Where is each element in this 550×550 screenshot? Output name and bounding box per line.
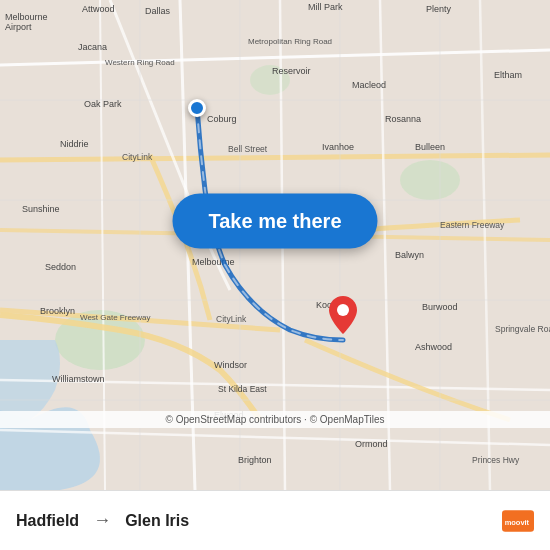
svg-text:Ormond: Ormond xyxy=(355,439,388,449)
svg-text:Metropolitan Ring Road: Metropolitan Ring Road xyxy=(248,37,332,46)
svg-text:Macleod: Macleod xyxy=(352,80,386,90)
svg-text:Eastern Freeway: Eastern Freeway xyxy=(440,220,505,230)
route-to: Glen Iris xyxy=(125,512,189,530)
origin-marker xyxy=(188,99,206,117)
svg-text:Jacana: Jacana xyxy=(78,42,107,52)
svg-text:Reservoir: Reservoir xyxy=(272,66,311,76)
svg-text:Rosanna: Rosanna xyxy=(385,114,421,124)
svg-text:Burwood: Burwood xyxy=(422,302,458,312)
svg-text:CityLink: CityLink xyxy=(122,152,153,162)
svg-text:CityLink: CityLink xyxy=(216,314,247,324)
svg-text:Brooklyn: Brooklyn xyxy=(40,306,75,316)
svg-text:Coburg: Coburg xyxy=(207,114,237,124)
svg-text:Niddrie: Niddrie xyxy=(60,139,89,149)
svg-text:Melbourne: Melbourne xyxy=(192,257,235,267)
svg-text:West Gate Freeway: West Gate Freeway xyxy=(80,313,151,322)
svg-text:Oak Park: Oak Park xyxy=(84,99,122,109)
svg-text:St Kilda East: St Kilda East xyxy=(218,384,267,394)
svg-text:Airport: Airport xyxy=(5,22,32,32)
svg-text:moovit: moovit xyxy=(505,517,530,526)
bottom-bar: Hadfield → Glen Iris moovit xyxy=(0,490,550,550)
svg-text:Bulleen: Bulleen xyxy=(415,142,445,152)
svg-text:Windsor: Windsor xyxy=(214,360,247,370)
map-container: Melbourne Airport Attwood Dallas Mill Pa… xyxy=(0,0,550,490)
destination-marker xyxy=(329,296,357,338)
moovit-logo: moovit xyxy=(502,505,534,537)
svg-text:Seddon: Seddon xyxy=(45,262,76,272)
svg-text:Bell Street: Bell Street xyxy=(228,144,268,154)
svg-text:Melbourne: Melbourne xyxy=(5,12,48,22)
svg-text:Western Ring Road: Western Ring Road xyxy=(105,58,175,67)
svg-text:Mill Park: Mill Park xyxy=(308,2,343,12)
route-info: Hadfield → Glen Iris xyxy=(16,510,502,531)
route-from: Hadfield xyxy=(16,512,79,530)
svg-text:Sunshine: Sunshine xyxy=(22,204,60,214)
svg-text:Attwood: Attwood xyxy=(82,4,115,14)
map-attribution: © OpenStreetMap contributors · © OpenMap… xyxy=(0,411,550,428)
svg-text:Springvale Road: Springvale Road xyxy=(495,324,550,334)
svg-text:Dallas: Dallas xyxy=(145,6,171,16)
svg-text:Eltham: Eltham xyxy=(494,70,522,80)
route-arrow: → xyxy=(93,510,111,531)
svg-point-63 xyxy=(337,304,349,316)
svg-text:Princes Hwy: Princes Hwy xyxy=(472,455,520,465)
svg-text:Williamstown: Williamstown xyxy=(52,374,105,384)
svg-text:Balwyn: Balwyn xyxy=(395,250,424,260)
svg-text:Ashwood: Ashwood xyxy=(415,342,452,352)
take-me-there-button[interactable]: Take me there xyxy=(172,193,377,248)
svg-text:Brighton: Brighton xyxy=(238,455,272,465)
svg-point-2 xyxy=(400,160,460,200)
svg-text:Ivanhoe: Ivanhoe xyxy=(322,142,354,152)
svg-text:Plenty: Plenty xyxy=(426,4,452,14)
